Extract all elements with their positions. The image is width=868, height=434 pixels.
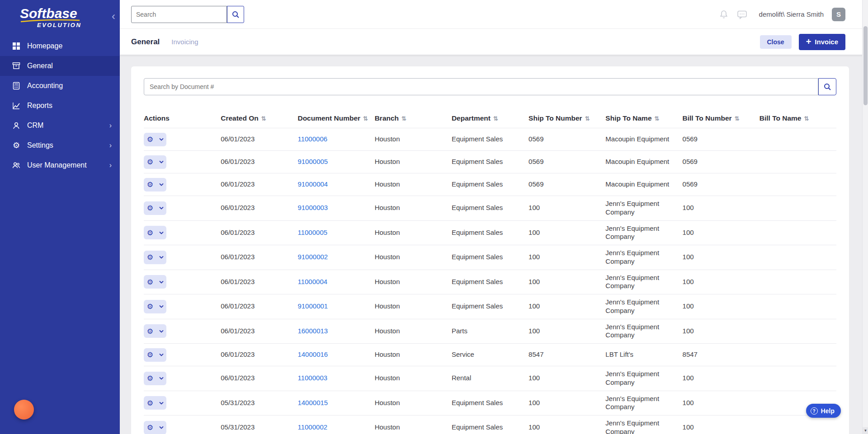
sort-icon[interactable]: ⇅ xyxy=(363,115,368,122)
scrollbar-thumb[interactable] xyxy=(863,26,868,105)
row-settings-button[interactable]: ⚙ xyxy=(144,300,156,313)
row-settings-button[interactable]: ⚙ xyxy=(144,324,156,338)
bill-to-name-cell xyxy=(760,246,836,268)
row-actions-dropdown[interactable] xyxy=(156,178,166,191)
ship-to-name-cell: Macoupin Equipment xyxy=(605,151,682,173)
branch-cell: Houston xyxy=(375,416,452,434)
add-invoice-button[interactable]: + Invoice xyxy=(799,34,845,50)
document-number-link[interactable]: 91000004 xyxy=(297,180,328,189)
scrollbar-down-arrow[interactable]: ▼ xyxy=(863,427,868,434)
row-settings-button[interactable]: ⚙ xyxy=(144,396,156,410)
row-settings-button[interactable]: ⚙ xyxy=(144,201,156,215)
ship-to-name-cell: Jenn's Equipment Company xyxy=(605,415,682,434)
ship-to-name-cell: Jenn's Equipment Company xyxy=(605,221,682,245)
sort-icon[interactable]: ⇅ xyxy=(655,115,660,122)
bill-to-name-cell xyxy=(760,320,836,342)
row-actions-dropdown[interactable] xyxy=(156,324,166,338)
sort-icon[interactable]: ⇅ xyxy=(261,115,266,122)
document-number-cell: 11000002 xyxy=(297,416,374,434)
sidebar-item-crm[interactable]: CRM › xyxy=(0,116,120,135)
document-number-link[interactable]: 14000015 xyxy=(297,399,328,407)
sidebar-item-user-management[interactable]: User Management › xyxy=(0,155,120,175)
chat-widget-button[interactable] xyxy=(14,400,34,420)
table-row: ⚙ 06/01/2023 91000004 Houston Equip xyxy=(144,173,836,196)
sort-icon[interactable]: ⇅ xyxy=(804,115,809,122)
row-actions-dropdown[interactable] xyxy=(156,251,166,264)
bill-to-number-cell: 0569 xyxy=(683,173,760,196)
sidebar-item-settings[interactable]: ⚙ Settings › xyxy=(0,135,120,155)
topbar-right: demolift\ Sierra Smith S xyxy=(719,8,845,21)
document-number-link[interactable]: 11000005 xyxy=(297,229,327,237)
avatar[interactable]: S xyxy=(832,8,845,21)
global-search-input[interactable] xyxy=(131,6,227,23)
document-number-link[interactable]: 14000016 xyxy=(297,350,328,359)
document-number-link[interactable]: 11000006 xyxy=(297,135,327,144)
sidebar-item-reports[interactable]: Reports xyxy=(0,96,120,116)
documents-table: Actions Created On⇅ Document Number⇅ Bra… xyxy=(144,110,836,434)
notifications-button[interactable] xyxy=(719,9,729,19)
row-settings-button[interactable]: ⚙ xyxy=(144,372,156,385)
row-actions: ⚙ xyxy=(144,133,166,146)
tab-invoicing[interactable]: Invoicing xyxy=(171,38,198,46)
document-number-link[interactable]: 91000005 xyxy=(297,158,328,166)
global-search-button[interactable] xyxy=(227,6,244,23)
bill-to-name-cell xyxy=(760,367,836,389)
document-number-cell: 11000005 xyxy=(297,222,374,244)
row-actions-dropdown[interactable] xyxy=(156,372,166,385)
document-number-link[interactable]: 91000001 xyxy=(297,302,328,311)
row-actions-dropdown[interactable] xyxy=(156,396,166,410)
row-settings-button[interactable]: ⚙ xyxy=(144,133,156,146)
sidebar-item-label: Homepage xyxy=(27,42,112,50)
column-header-created-on: Created On⇅ xyxy=(221,110,297,128)
sidebar-collapse-icon[interactable]: ‹ xyxy=(112,11,115,22)
row-actions-dropdown[interactable] xyxy=(156,348,166,362)
department-cell: Service xyxy=(452,344,528,366)
row-actions-dropdown[interactable] xyxy=(156,226,166,239)
table-body: ⚙ 06/01/2023 11000006 Houston Equip xyxy=(144,128,836,434)
row-actions-dropdown[interactable] xyxy=(156,421,166,434)
document-search-button[interactable] xyxy=(818,78,836,95)
help-button[interactable]: ? Help xyxy=(806,404,841,418)
row-settings-button[interactable]: ⚙ xyxy=(144,178,156,191)
row-actions-dropdown[interactable] xyxy=(156,300,166,313)
sort-icon[interactable]: ⇅ xyxy=(493,115,498,122)
row-actions-dropdown[interactable] xyxy=(156,133,166,146)
sort-icon[interactable]: ⇅ xyxy=(401,115,406,122)
row-settings-button[interactable]: ⚙ xyxy=(144,348,156,362)
row-actions-dropdown[interactable] xyxy=(156,155,166,169)
document-search xyxy=(144,78,836,95)
branch-cell: Houston xyxy=(375,392,452,414)
row-actions-dropdown[interactable] xyxy=(156,201,166,215)
sort-icon[interactable]: ⇅ xyxy=(735,115,740,122)
actions-cell: ⚙ xyxy=(144,246,221,268)
actions-cell: ⚙ xyxy=(144,173,221,196)
row-actions: ⚙ xyxy=(144,348,166,362)
document-number-link[interactable]: 11000004 xyxy=(297,278,327,286)
row-settings-button[interactable]: ⚙ xyxy=(144,226,156,239)
ship-to-name-cell: Jenn's Equipment Company xyxy=(605,245,682,270)
sort-icon[interactable]: ⇅ xyxy=(585,115,590,122)
tab-general[interactable]: General xyxy=(131,37,160,47)
sidebar-item-homepage[interactable]: Homepage xyxy=(0,36,120,56)
row-settings-button[interactable]: ⚙ xyxy=(144,275,156,289)
column-header-department: Department⇅ xyxy=(452,110,528,128)
vertical-scrollbar[interactable]: ▼ xyxy=(862,0,868,434)
row-settings-button[interactable]: ⚙ xyxy=(144,421,156,434)
sidebar-item-accounting[interactable]: Accounting xyxy=(0,76,120,96)
sidebar-item-general[interactable]: General xyxy=(0,56,120,76)
created-on-cell: 06/01/2023 xyxy=(221,173,297,196)
global-search xyxy=(131,6,244,23)
document-number-link[interactable]: 16000013 xyxy=(297,327,328,336)
messages-button[interactable] xyxy=(737,9,747,19)
branch-cell: Houston xyxy=(375,173,452,196)
document-number-link[interactable]: 91000003 xyxy=(297,204,328,212)
row-settings-button[interactable]: ⚙ xyxy=(144,251,156,264)
document-number-link[interactable]: 11000002 xyxy=(297,423,327,432)
row-settings-button[interactable]: ⚙ xyxy=(144,155,156,169)
created-on-cell: 06/01/2023 xyxy=(221,271,297,293)
document-number-link[interactable]: 11000003 xyxy=(297,374,327,383)
document-number-link[interactable]: 91000002 xyxy=(297,253,328,261)
row-actions-dropdown[interactable] xyxy=(156,275,166,289)
document-search-input[interactable] xyxy=(144,78,818,95)
close-button[interactable]: Close xyxy=(760,35,792,49)
